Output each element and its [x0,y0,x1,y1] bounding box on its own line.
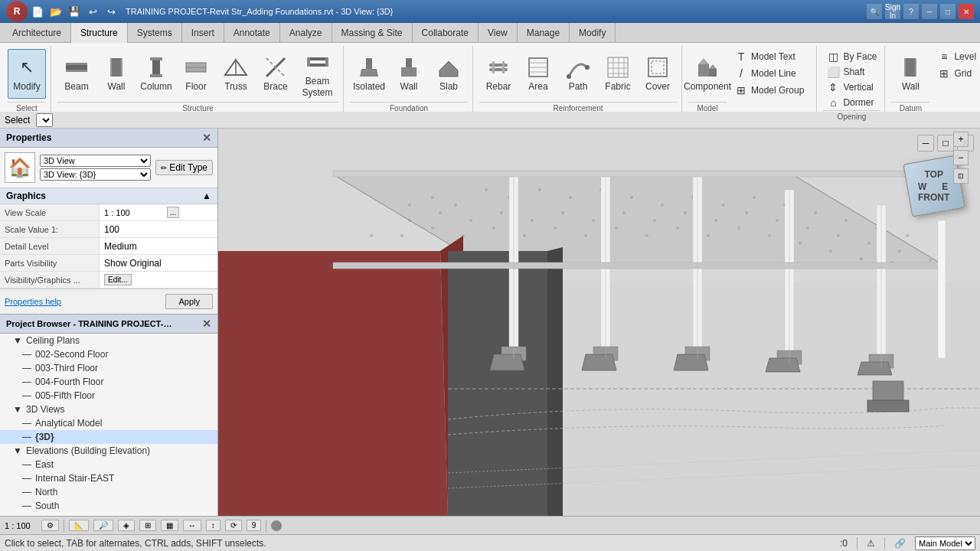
truss-button[interactable]: Truss [217,49,255,99]
path-button[interactable]: Path [559,49,597,99]
pb-3d-views[interactable]: ▼ 3D Views [0,403,217,416]
tab-massing[interactable]: Massing & Site [332,23,413,43]
model-text-button[interactable]: T Model Text [731,49,807,64]
rebar-icon [486,55,511,80]
pb-analytical-model[interactable]: — Analytical Model [0,416,217,430]
pb-internal-stair-east[interactable]: — Internal Stair-EAST [0,471,217,485]
shaft-button[interactable]: ⬜ Shaft [823,64,880,80]
view-type-select[interactable]: 3D View [40,155,151,167]
prop-detail-level: Detail Level Medium [0,238,217,255]
open-btn[interactable]: 📂 [47,3,64,20]
model-selector[interactable]: Main Model [915,536,975,550]
zoom-out-btn[interactable]: − [953,150,969,165]
title-bar-left: R 📄 📂 💾 ↩ ↪ TRAINING PROJECT-Revit Str_A… [6,1,393,22]
tab-architecture[interactable]: Architecture [3,23,71,43]
properties-help-link[interactable]: Properties help [5,297,61,306]
column-button[interactable]: Column [137,49,175,99]
tab-collaborate[interactable]: Collaborate [413,23,479,43]
apply-button[interactable]: Apply [165,294,213,309]
restore-view-btn[interactable]: □ [937,135,954,152]
view-btn-7[interactable]: ↕ [206,520,220,531]
minimize-view-btn[interactable]: ─ [917,135,934,152]
select-dropdown[interactable] [36,113,53,127]
pb-3d-current[interactable]: — {3D} [0,430,217,444]
close-btn[interactable]: ✕ [959,4,974,19]
view-area[interactable]: ─ □ ✕ TOP WE FRONT + − ⊡ [218,129,980,516]
view-btn-4[interactable]: ⊞ [139,520,156,531]
minimize-btn[interactable]: ─ [922,4,937,19]
view-scale-input[interactable] [104,208,165,217]
zoom-fit-btn[interactable]: ⊡ [953,168,969,184]
view-btn-1[interactable]: 📐 [69,520,89,531]
search-btn[interactable]: 🔍 [867,4,882,19]
wall-fnd-button[interactable]: Wall [390,49,428,99]
pb-south[interactable]: — South [0,499,217,513]
zoom-in-btn[interactable]: + [953,132,969,147]
sign-in-btn[interactable]: Sign In [885,4,900,19]
dormer-button[interactable]: ⌂ Dormer [823,95,880,110]
pb-005-fifth-floor[interactable]: — 005-Fifth Floor [0,389,217,403]
component-button[interactable]: Component [688,49,727,99]
view-btn-8[interactable]: ⟳ [225,520,242,531]
wall-datum-button[interactable]: Wall [891,49,929,99]
svg-point-80 [592,219,595,222]
maximize-btn[interactable]: □ [940,4,956,19]
pb-ceiling-plans[interactable]: ▼ Ceiling Plans [0,334,217,347]
fabric-button[interactable]: Fabric [599,49,637,99]
help-btn[interactable]: ? [903,4,919,19]
view-name-select[interactable]: 3D View: {3D} [40,168,151,181]
tab-insert[interactable]: Insert [182,23,224,43]
wall-button[interactable]: Wall [97,49,136,99]
view-btn-2[interactable]: 🔎 [93,520,113,531]
isolated-button[interactable]: Isolated [350,49,388,99]
pb-elevations[interactable]: ▼ Elevations (Building Elevation) [0,444,217,458]
pb-east[interactable]: — East [0,458,217,471]
tab-structure[interactable]: Structure [71,23,128,43]
tab-analyze[interactable]: Analyze [280,23,332,43]
brace-button[interactable]: Brace [256,49,295,99]
pb-north[interactable]: — North [0,485,217,499]
pb-003-third-floor[interactable]: — 003-Third Floor [0,361,217,375]
vis-graphics-edit-btn[interactable]: Edit... [104,274,132,285]
save-btn[interactable]: 💾 [66,3,83,20]
tab-annotate[interactable]: Annotate [224,23,280,43]
scale-options-btn[interactable]: ⚙ [41,520,59,531]
view-btn-3[interactable]: ◈ [118,520,135,531]
model-group-button[interactable]: ⊞ Model Group [731,83,807,98]
beam-button[interactable]: Beam [57,49,96,99]
level-button[interactable]: ≡ Level [934,49,979,64]
edit-type-button[interactable]: ✏ Edit Type [155,160,213,175]
model-line-button[interactable]: / Model Line [731,66,807,81]
view-btn-9[interactable]: 9 [247,520,262,531]
select-group-items: ↖ Modify [8,46,46,102]
close-properties-button[interactable]: ✕ [202,132,211,144]
new-btn[interactable]: 📄 [29,3,46,20]
svg-point-99 [615,227,618,230]
vertical-button[interactable]: ⇕ Vertical [823,80,880,95]
tab-modify[interactable]: Modify [570,23,616,43]
revit-logo[interactable]: R [6,1,28,22]
close-project-browser-button[interactable]: ✕ [202,318,211,330]
view-btn-5[interactable]: ▦ [161,520,178,531]
modify-button[interactable]: ↖ Modify [8,49,46,99]
tab-systems[interactable]: Systems [128,23,182,43]
pb-004-fourth-floor[interactable]: — 004-Fourth Floor [0,375,217,389]
area-button[interactable]: Area [519,49,557,99]
rebar-button[interactable]: Rebar [479,49,518,99]
view-scale-btn[interactable]: ... [167,207,179,218]
grid-button[interactable]: ⊞ Grid [934,66,979,81]
view-btn-6[interactable]: ↔ [183,520,201,531]
tab-manage[interactable]: Manage [518,23,570,43]
slab-button[interactable]: Slab [430,49,468,99]
cover-button[interactable]: Cover [639,49,677,99]
svg-rect-7 [150,57,162,60]
undo-btn[interactable]: ↩ [84,3,101,20]
floor-button[interactable]: Floor [177,49,215,99]
section-collapse[interactable]: ▲ [202,191,211,201]
beam-system-button[interactable]: Beam System [296,49,338,99]
tab-view[interactable]: View [479,23,518,43]
properties-footer: Properties help Apply [0,289,217,314]
pb-002-second-floor[interactable]: — 002-Second Floor [0,347,217,361]
by-face-button[interactable]: ◫ By Face [823,49,880,64]
redo-btn[interactable]: ↪ [103,3,119,20]
